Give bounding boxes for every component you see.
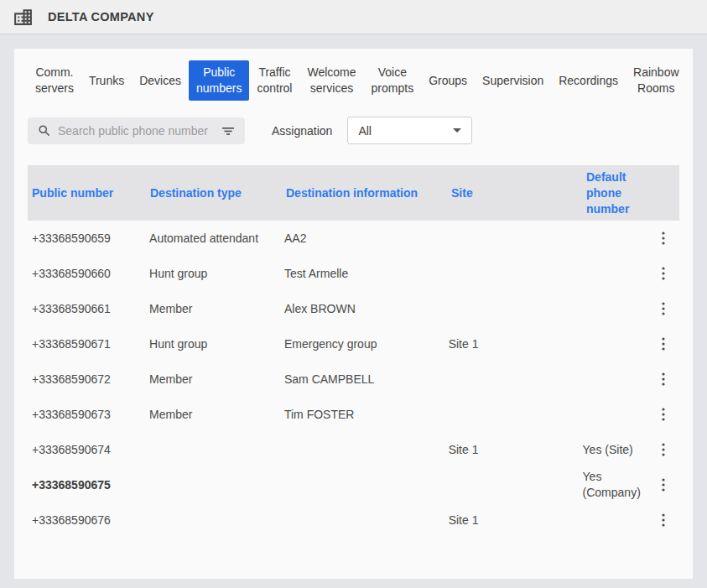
table-row[interactable]: +33368590673 Member Tim FOSTER <box>28 397 679 432</box>
cell-default-phone-number: Yes (Company) <box>579 469 650 501</box>
cell-site: Site 1 <box>444 442 579 458</box>
cell-destination-information: Emergency group <box>280 336 444 352</box>
cell-destination-type: Member <box>145 301 280 317</box>
top-bar: DELTA COMPANY <box>0 0 707 34</box>
cell-destination-information: Tim FOSTER <box>280 407 444 423</box>
row-menu-button[interactable] <box>654 299 673 318</box>
cell-site: Site 1 <box>444 513 579 528</box>
row-menu-button[interactable] <box>654 335 673 353</box>
row-menu-button[interactable] <box>654 511 673 529</box>
tab-public-numbers[interactable]: Public numbers <box>189 60 249 101</box>
assignation-select[interactable]: All <box>347 117 472 144</box>
building-icon <box>13 7 34 28</box>
caret-down-icon <box>453 128 461 133</box>
table-row[interactable]: +33368590659 Automated attendant AA2 <box>28 221 679 256</box>
tab-trunks[interactable]: Trunks <box>81 60 132 101</box>
row-menu-button[interactable] <box>654 370 673 388</box>
search-box[interactable] <box>28 117 245 144</box>
assignation-selected-value: All <box>358 124 372 138</box>
tab-comm-servers[interactable]: Comm. servers <box>28 60 81 101</box>
tab-devices[interactable]: Devices <box>132 60 189 101</box>
public-numbers-table: Public number Destination type Destinati… <box>28 165 679 538</box>
cell-destination-information: Test Armelle <box>280 266 444 282</box>
kebab-menu-icon <box>662 337 665 351</box>
cell-destination-type: Member <box>145 372 280 388</box>
column-header-site[interactable]: Site <box>447 185 582 201</box>
kebab-menu-icon <box>662 408 665 421</box>
cell-site: Site 1 <box>444 336 579 352</box>
filter-button[interactable] <box>220 122 237 139</box>
row-menu-button[interactable] <box>654 229 673 247</box>
cell-public-number: +33368590672 <box>28 372 145 388</box>
column-header-public-number[interactable]: Public number <box>28 185 146 201</box>
assignation-label: Assignation <box>272 124 332 138</box>
kebab-menu-icon <box>662 478 665 492</box>
kebab-menu-icon <box>662 302 665 315</box>
table-row[interactable]: +33368590660 Hunt group Test Armelle <box>28 256 679 291</box>
search-icon <box>38 124 50 137</box>
table-row[interactable]: +33368590674 Site 1 Yes (Site) <box>28 432 679 467</box>
kebab-menu-icon <box>662 232 665 245</box>
cell-public-number: +33368590673 <box>28 407 145 423</box>
tab-groups[interactable]: Groups <box>421 60 475 101</box>
row-menu-button[interactable] <box>654 440 673 459</box>
table-header: Public number Destination type Destinati… <box>28 165 679 221</box>
cell-public-number: +33368590659 <box>28 231 145 247</box>
main-panel: Comm. servers Trunks Devices Public numb… <box>14 49 693 579</box>
table-row[interactable]: +33368590672 Member Sam CAMPBELL <box>28 362 679 397</box>
cell-destination-type: Automated attendant <box>145 231 280 247</box>
cell-destination-information: AA2 <box>280 231 444 247</box>
company-name: DELTA COMPANY <box>48 10 154 23</box>
cell-destination-type: Member <box>145 407 280 423</box>
tab-supervision[interactable]: Supervision <box>475 60 551 101</box>
kebab-menu-icon <box>662 513 665 527</box>
cell-default-phone-number: Yes (Site) <box>579 442 650 458</box>
tab-bar: Comm. servers Trunks Devices Public numb… <box>28 60 679 101</box>
cell-public-number: +33368590660 <box>28 266 145 282</box>
tab-voice-prompts[interactable]: Voice prompts <box>364 60 422 101</box>
search-input[interactable] <box>58 124 220 138</box>
kebab-menu-icon <box>662 267 665 280</box>
cell-public-number: +33368590661 <box>28 301 145 317</box>
cell-destination-type: Hunt group <box>145 336 280 352</box>
cell-destination-type: Hunt group <box>145 266 280 282</box>
table-row[interactable]: +33368590661 Member Alex BROWN <box>28 291 679 326</box>
cell-public-number: +33368590675 <box>28 477 145 493</box>
filter-icon <box>221 124 235 138</box>
kebab-menu-icon <box>662 372 665 386</box>
column-header-destination-information[interactable]: Destination information <box>282 185 447 201</box>
filter-row: Assignation All <box>28 117 679 144</box>
column-header-default-phone-number[interactable]: Default phone number <box>582 169 654 217</box>
cell-destination-information: Sam CAMPBELL <box>280 372 444 388</box>
table-row[interactable]: +33368590676 Site 1 <box>28 502 679 538</box>
table-row[interactable]: +33368590671 Hunt group Emergency group … <box>28 326 679 362</box>
table-row[interactable]: +33368590675 Yes (Company) <box>28 467 679 502</box>
row-menu-button[interactable] <box>654 476 673 494</box>
column-header-destination-type[interactable]: Destination type <box>146 185 282 201</box>
tab-rainbow-rooms[interactable]: Rainbow Rooms <box>626 60 686 101</box>
kebab-menu-icon <box>662 443 665 456</box>
row-menu-button[interactable] <box>654 405 673 424</box>
cell-public-number: +33368590674 <box>28 442 145 458</box>
cell-destination-information: Alex BROWN <box>280 301 444 317</box>
tab-traffic-control[interactable]: Traffic control <box>249 60 299 101</box>
cell-public-number: +33368590676 <box>28 513 145 528</box>
tab-welcome-services[interactable]: Welcome services <box>299 60 363 101</box>
row-menu-button[interactable] <box>654 264 673 283</box>
cell-public-number: +33368590671 <box>28 336 145 352</box>
tab-recordings[interactable]: Recordings <box>551 60 626 101</box>
